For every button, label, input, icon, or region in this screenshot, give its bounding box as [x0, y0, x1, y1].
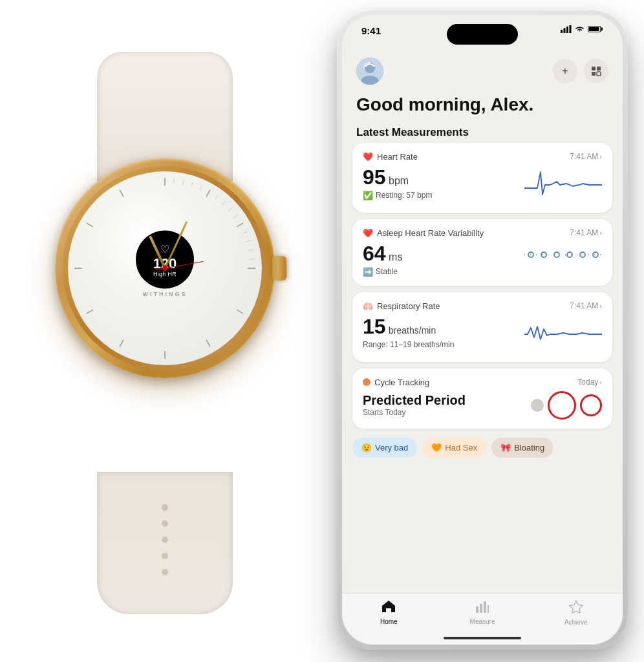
hrv-value-area: 64 ms ➡️ Stable	[363, 242, 402, 277]
battery-icon	[588, 25, 603, 33]
resp-value-area: 15 breaths/min Range: 11–19 breaths/min	[363, 315, 454, 349]
chip-had-sex[interactable]: 🧡 Had Sex	[422, 438, 486, 458]
resp-sub-value: Range: 11–19 breaths/min	[363, 340, 454, 349]
hr-value-area: 95 bpm ✅ Resting: 57 bpm	[363, 166, 432, 200]
respiratory-time: 7:41 AM	[570, 301, 598, 310]
svg-rect-29	[601, 28, 603, 31]
stable-icon: ➡️	[363, 267, 373, 277]
phone-frame: 9:41	[337, 10, 628, 650]
watch-dial: ♡ 120 High HR WITHINGS	[68, 171, 262, 365]
svg-rect-34	[592, 67, 596, 70]
svg-rect-45	[476, 606, 478, 613]
cycle-title: Cycle Tracking	[374, 378, 577, 387]
tab-achieve[interactable]: Achieve	[529, 600, 623, 626]
status-icons	[561, 25, 603, 33]
svg-rect-24	[561, 30, 563, 33]
achieve-tab-icon	[569, 600, 583, 617]
measure-tab-icon	[475, 600, 489, 616]
avatar[interactable]	[356, 58, 383, 85]
cycle-icon	[363, 378, 370, 386]
add-button[interactable]: +	[553, 59, 577, 83]
status-time: 9:41	[361, 25, 381, 36]
had-sex-icon: 🧡	[431, 443, 442, 453]
cycle-predicted-text: Predicted Period	[363, 393, 466, 408]
cycle-header: Cycle Tracking Today ›	[363, 378, 602, 387]
home-icon	[381, 600, 396, 613]
band-hole-2	[162, 520, 168, 527]
svg-rect-26	[566, 27, 568, 33]
watch-bezel: ♡ 120 High HR WITHINGS	[63, 166, 267, 370]
signal-icon	[561, 25, 572, 33]
settings-button[interactable]	[584, 59, 608, 83]
band-hole-5	[162, 569, 168, 575]
heart-rate-card[interactable]: ❤️ Heart Rate 7:41 AM › 95 bpm	[352, 143, 612, 213]
section-title: Latest Measurements	[342, 118, 623, 143]
heart-rate-time: 7:41 AM	[570, 152, 598, 161]
dynamic-island	[447, 24, 518, 45]
star-icon	[569, 600, 583, 614]
cycle-tracking-card[interactable]: Cycle Tracking Today › Predicted Period …	[352, 368, 612, 429]
svg-rect-27	[570, 25, 572, 33]
very-bad-label: Very bad	[375, 443, 408, 453]
chip-very-bad[interactable]: 😟 Very bad	[352, 438, 417, 458]
cycle-sub-text: Starts Today	[363, 408, 466, 417]
watch-hands	[68, 171, 262, 365]
app-scroll-content[interactable]: +	[342, 15, 623, 593]
cycle-text: Predicted Period Starts Today	[363, 393, 466, 417]
watch-brand: WITHINGS	[143, 291, 188, 297]
svg-rect-35	[597, 67, 601, 70]
card-header-resp: 🫁 Respiratory Rate 7:41 AM ›	[363, 301, 602, 311]
svg-marker-49	[570, 601, 583, 614]
card-body-hr: 95 bpm ✅ Resting: 57 bpm	[363, 166, 602, 204]
heart-rate-chevron: ›	[599, 153, 602, 160]
respiratory-title: Respiratory Rate	[377, 301, 570, 311]
tab-home[interactable]: Home	[342, 600, 436, 625]
bloating-label: Bloating	[514, 443, 544, 453]
app-content: +	[342, 52, 623, 593]
greeting-text: Good morning, Alex.	[342, 90, 623, 118]
cycle-red-ring-small	[580, 394, 602, 416]
card-header-hrv: ❤️ Asleep Heart Rate Variability 7:41 AM…	[363, 228, 602, 238]
respiratory-icon: 🫁	[363, 301, 373, 311]
measure-icon	[475, 600, 489, 613]
tab-measure[interactable]: Measure	[436, 600, 530, 625]
achieve-tab-label: Achieve	[564, 619, 588, 626]
card-header-hr: ❤️ Heart Rate 7:41 AM ›	[363, 152, 602, 162]
watch-band-bottom	[97, 472, 233, 614]
history-icon	[590, 65, 602, 77]
cycle-visual	[531, 391, 602, 420]
hrv-chevron: ›	[599, 229, 602, 237]
svg-point-41	[554, 252, 559, 257]
hand-center-dot	[162, 266, 167, 271]
heart-rate-title: Heart Rate	[377, 152, 570, 162]
respiratory-chevron: ›	[599, 302, 602, 310]
home-tab-icon	[381, 600, 396, 616]
phone: 9:41	[337, 10, 628, 650]
chips-area: 😟 Very bad 🧡 Had Sex 🎀 Bloating	[342, 435, 623, 464]
svg-rect-25	[564, 28, 566, 34]
chip-bloating[interactable]: 🎀 Bloating	[491, 438, 553, 458]
hrv-card[interactable]: ❤️ Asleep Heart Rate Variability 7:41 AM…	[352, 219, 612, 286]
watch-case: ♡ 120 High HR WITHINGS	[55, 158, 275, 378]
svg-rect-48	[488, 605, 489, 613]
band-hole-4	[162, 553, 168, 559]
card-body-resp: 15 breaths/min Range: 11–19 breaths/min	[363, 315, 602, 353]
measure-tab-label: Measure	[470, 618, 495, 625]
resp-sparkline	[524, 315, 602, 350]
hr-sparkline	[524, 166, 602, 201]
hrv-chart	[524, 242, 602, 270]
phone-screen: 9:41	[342, 15, 623, 645]
watch: ♡ 120 High HR WITHINGS	[19, 52, 323, 614]
very-bad-icon: 😟	[361, 443, 372, 453]
cycle-time: Today	[577, 378, 598, 387]
respiratory-card[interactable]: 🫁 Respiratory Rate 7:41 AM › 15 breaths/…	[352, 292, 612, 362]
svg-point-44	[593, 252, 598, 257]
cycle-chevron: ›	[599, 378, 602, 386]
watch-crown	[272, 256, 286, 281]
cycle-red-ring-large	[548, 391, 576, 420]
heart-rate-icon: ❤️	[363, 152, 373, 162]
plus-icon: +	[562, 65, 568, 77]
hr-sub-value: ✅ Resting: 57 bpm	[363, 191, 432, 200]
card-body-hrv: 64 ms ➡️ Stable	[363, 242, 602, 277]
hrv-main-value: 64 ms	[363, 242, 402, 266]
